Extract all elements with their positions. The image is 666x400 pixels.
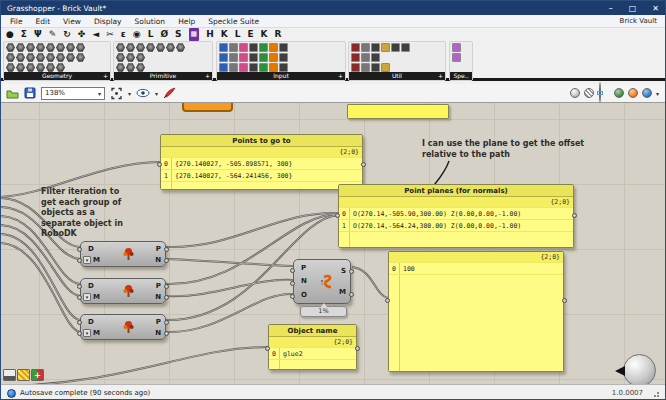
component-icon[interactable] [26, 43, 35, 52]
component-icon[interactable] [452, 53, 461, 62]
component-icon[interactable] [269, 43, 278, 52]
component-icon[interactable] [146, 43, 155, 52]
selected-component-fragment[interactable] [182, 103, 233, 112]
component-icon[interactable] [391, 43, 400, 52]
chevron-down-icon[interactable]: ▾ [128, 90, 131, 97]
panel-fragment[interactable] [347, 104, 449, 119]
close-button[interactable]: ✕ [652, 4, 659, 13]
component-icon[interactable] [371, 53, 380, 62]
annotation-plane-offset[interactable]: I can use the plane to get the offset re… [422, 139, 637, 160]
component-icon[interactable] [361, 53, 370, 62]
component-icon[interactable] [249, 53, 258, 62]
menu-view[interactable]: View [63, 17, 81, 26]
component-icon[interactable] [279, 43, 288, 52]
compass-widget[interactable] [623, 354, 656, 384]
panel-output-port[interactable] [572, 213, 577, 218]
preview-eye-icon[interactable] [136, 88, 150, 98]
component-icon[interactable] [26, 63, 35, 72]
component-icon[interactable] [56, 53, 65, 62]
component-icon[interactable] [351, 53, 360, 62]
component-icon[interactable] [249, 43, 258, 52]
menu-display[interactable]: Display [94, 17, 122, 26]
panel-points-to-go-to[interactable]: Points to go to {2;0} 0 {270.140027, -50… [160, 134, 363, 190]
component-icon[interactable] [279, 53, 288, 62]
component-icon[interactable] [361, 43, 370, 52]
component-robot-target-1[interactable]: D▾MPN [80, 241, 166, 267]
component-icon[interactable] [126, 53, 135, 62]
plugin-tab-icon-19[interactable]: R [275, 28, 282, 41]
resize-grip[interactable] [651, 389, 659, 397]
component-input-port[interactable] [290, 294, 295, 299]
plugin-tab-icon-18[interactable]: K [261, 28, 268, 41]
panel-point-planes[interactable]: Point planes (for normals) {2;0} 0 O(270… [338, 184, 574, 248]
open-file-icon[interactable] [6, 88, 19, 99]
menu-file[interactable]: File [10, 17, 23, 26]
palette-more-button[interactable]: + [338, 72, 343, 80]
zoom-extents-icon[interactable] [110, 87, 123, 100]
component-icon[interactable] [56, 43, 65, 52]
plugin-tab-icon-9[interactable]: ◉ [133, 28, 141, 41]
component-icon[interactable] [46, 53, 55, 62]
component-icon[interactable] [6, 43, 15, 52]
save-file-icon[interactable] [24, 87, 36, 99]
plugin-tab-icon-0[interactable]: ● [6, 28, 14, 41]
component-output-port[interactable] [349, 269, 354, 274]
plugin-tab-icon-2[interactable]: Ψ [34, 28, 42, 41]
component-icon[interactable] [46, 43, 55, 52]
preview-shaded-icon[interactable] [570, 88, 580, 98]
plugin-tab-icon-4[interactable]: ↻ [63, 28, 71, 41]
component-icon[interactable] [259, 43, 268, 52]
component-icon[interactable] [136, 43, 145, 52]
palette-tab-primitive[interactable]: Primitive + [114, 72, 212, 80]
component-icon[interactable] [16, 63, 25, 72]
component-icon[interactable] [452, 43, 461, 52]
component-icon[interactable] [229, 43, 238, 52]
component-icon[interactable] [239, 63, 248, 72]
component-icon[interactable] [269, 63, 278, 72]
component-input-port[interactable] [290, 268, 295, 273]
plugin-tab-icon-13[interactable]: ▦ [189, 28, 200, 41]
component-icon[interactable] [46, 63, 55, 72]
component-output-port[interactable] [349, 292, 354, 297]
component-icon[interactable] [126, 63, 135, 72]
chevron-down-icon[interactable]: ▾ [656, 90, 659, 97]
plugin-tab-icon-17[interactable]: E [247, 28, 253, 41]
chevron-down-icon[interactable]: ▾ [83, 293, 91, 301]
component-icon[interactable] [279, 63, 288, 72]
component-icon[interactable] [259, 63, 268, 72]
palette-tab-input[interactable]: Input + [217, 72, 345, 80]
component-icon[interactable] [6, 53, 15, 62]
menu-solution[interactable]: Solution [135, 17, 166, 26]
menu-help[interactable]: Help [178, 17, 195, 26]
palette-tab-util[interactable]: Util + [349, 72, 445, 80]
component-icon[interactable] [66, 43, 75, 52]
component-icon[interactable] [176, 43, 185, 52]
plugin-tab-icon-14[interactable]: H [206, 28, 214, 41]
palette-more-button[interactable]: + [103, 72, 108, 80]
preview-orange-icon[interactable] [628, 88, 638, 98]
menu-speckle-suite[interactable]: Speckle Suite [208, 17, 259, 26]
palette-tab-speckle[interactable]: Spe.. [450, 72, 472, 80]
component-icon[interactable] [361, 63, 370, 72]
preview-custom-icon[interactable] [599, 82, 601, 103]
component-icon[interactable] [381, 63, 390, 72]
component-icon[interactable] [56, 63, 65, 72]
component-icon[interactable] [239, 53, 248, 62]
plugin-tab-icon-11[interactable]: Ø [160, 28, 168, 41]
component-icon[interactable] [351, 63, 360, 72]
component-icon[interactable] [136, 53, 145, 62]
component-icon[interactable] [371, 43, 380, 52]
component-icon[interactable] [26, 53, 35, 62]
plugin-tab-icon-10[interactable]: L [148, 28, 154, 41]
annotation-filter-iteration[interactable]: Filter iteration to get each group of ob… [41, 187, 153, 240]
component-input-port[interactable] [290, 281, 295, 286]
plugin-tab-icon-15[interactable]: K [221, 28, 228, 41]
plugin-tab-icon-16[interactable]: L [235, 28, 241, 41]
component-icon[interactable] [66, 53, 75, 62]
component-icon[interactable] [16, 53, 25, 62]
plugin-tab-icon-1[interactable]: Σ [21, 28, 27, 41]
chevron-down-icon[interactable]: ▾ [155, 90, 158, 97]
menu-edit[interactable]: Edit [36, 17, 51, 26]
component-icon[interactable] [76, 53, 85, 62]
preview-blue-icon[interactable] [642, 88, 652, 98]
